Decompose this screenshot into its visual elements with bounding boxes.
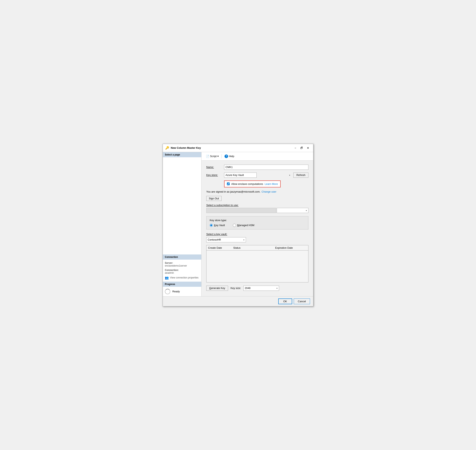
key-vault-select-wrapper: ContosoHR Other Vault ▾ (206, 237, 246, 242)
script-label: Script (210, 155, 217, 158)
key-store-row: Key store: Azure Key Vault Windows Certi… (206, 172, 308, 178)
server-value: enclavedemo1server (165, 264, 199, 267)
key-vault-select[interactable]: ContosoHR Other Vault (206, 237, 246, 242)
name-input[interactable] (224, 165, 308, 170)
window-title: New Column Master Key (171, 146, 292, 149)
radio-managed-hsm-input[interactable] (233, 224, 236, 227)
select-subscription-label: Select a subscription to use: (206, 204, 308, 207)
sidebar-connection-header: Connection (163, 255, 201, 260)
radio-key-vault-input[interactable] (210, 224, 213, 227)
generate-key-button[interactable]: Generate Key (206, 286, 228, 291)
key-store-chevron-icon: ▾ (289, 174, 290, 176)
learn-more-link[interactable]: Learn More (265, 183, 278, 185)
sidebar-pages-content (163, 157, 201, 255)
col-expiration-date: Expiration Date (275, 246, 307, 249)
keystore-type-box: Key store type: Key Vault Managed HSM (206, 216, 308, 230)
view-connection-label: View connection properties (170, 276, 198, 279)
key-store-select-wrapper: Azure Key Vault Windows Certificate Stor… (224, 172, 292, 178)
progress-status: Ready (172, 290, 180, 293)
name-label: Name: (206, 166, 224, 169)
main-content: 📄 Script ▾ ? Help Name: (202, 152, 313, 296)
window-icon: 🔑 (165, 146, 169, 150)
title-bar: 🔑 New Column Master Key − 🗗 ✕ (163, 144, 313, 152)
view-connection-properties-link[interactable]: 👥 View connection properties (165, 276, 199, 280)
bottom-row: Generate Key Key size: 1024 2048 4096 ▾ (206, 286, 308, 291)
enclave-box: Allow enclave computations Learn More (224, 180, 281, 187)
select-key-vault-label: Select a key vault: (206, 233, 308, 236)
dialog-window: 🔑 New Column Master Key − 🗗 ✕ Select a p… (163, 144, 313, 306)
script-button[interactable]: 📄 Script ▾ (205, 154, 220, 159)
script-icon: 📄 (206, 155, 209, 158)
signed-in-row: You are signed in as jaszymas@microsoft.… (206, 190, 308, 193)
connection-value: aeadmin (165, 272, 199, 274)
subscription-select[interactable] (277, 208, 308, 213)
radio-managed-hsm-option[interactable]: Managed HSM (233, 224, 255, 227)
col-status: Status (233, 246, 275, 249)
form-area: Name: Key store: Azure Key Vault Windows… (202, 161, 313, 296)
subscription-left-area (206, 208, 276, 213)
sidebar-connection-info: Server: enclavedemo1server Connection: a… (163, 260, 201, 282)
keys-table-body (207, 250, 308, 282)
sidebar-progress-header: Progress (163, 282, 201, 287)
close-button[interactable]: ✕ (305, 146, 311, 150)
radio-managed-hsm-label: Managed HSM (237, 224, 255, 227)
connection-label: Connection: (165, 269, 199, 272)
subscription-row: ▾ (206, 208, 308, 213)
restore-button[interactable]: 🗗 (299, 146, 304, 150)
keys-table: Create Date Status Expiration Date (206, 245, 308, 282)
people-icon: 👥 (165, 276, 169, 280)
window-controls: − 🗗 ✕ (292, 146, 311, 150)
sidebar-progress: Ready (163, 287, 201, 296)
help-button[interactable]: ? Help (223, 154, 235, 159)
refresh-button[interactable]: Refresh (293, 172, 308, 178)
cancel-button[interactable]: Cancel (294, 298, 310, 304)
key-size-select[interactable]: 1024 2048 4096 (243, 286, 279, 291)
subscription-right-wrapper: ▾ (277, 208, 308, 213)
radio-key-vault-label: Key Vault (214, 224, 225, 227)
help-label: Help (229, 155, 234, 158)
key-store-label: Key store: (206, 173, 224, 177)
progress-spinner (165, 289, 170, 294)
key-size-select-wrapper: 1024 2048 4096 ▾ (243, 286, 279, 291)
change-user-link[interactable]: Change user (262, 190, 276, 193)
allow-enclave-label[interactable]: Allow enclave computations (231, 183, 263, 185)
radio-key-vault-option[interactable]: Key Vault (210, 224, 225, 227)
footer: OK Cancel (163, 296, 313, 306)
keystore-type-label: Key store type: (210, 219, 305, 222)
toolbar-separator (221, 154, 222, 158)
allow-enclave-checkbox[interactable] (227, 183, 230, 185)
toolbar: 📄 Script ▾ ? Help (202, 152, 313, 161)
keys-table-header: Create Date Status Expiration Date (207, 245, 308, 250)
sidebar: Select a page Connection Server: enclave… (163, 152, 202, 296)
name-row: Name: (206, 165, 308, 170)
key-store-select[interactable]: Azure Key Vault Windows Certificate Stor… (224, 172, 257, 178)
help-icon: ? (225, 154, 228, 158)
server-label: Server: (165, 262, 199, 264)
signed-in-text: You are signed in as jaszymas@microsoft.… (206, 190, 260, 193)
script-dropdown-icon: ▾ (217, 155, 219, 158)
content-area: Select a page Connection Server: enclave… (163, 152, 313, 296)
sidebar-pages-header: Select a page (163, 152, 201, 157)
sign-out-button[interactable]: Sign Out (206, 196, 221, 201)
minimize-button[interactable]: − (292, 146, 298, 150)
col-create-date: Create Date (208, 246, 233, 249)
key-size-label: Key size: (231, 287, 241, 290)
radio-row: Key Vault Managed HSM (210, 224, 305, 227)
ok-button[interactable]: OK (278, 298, 292, 304)
